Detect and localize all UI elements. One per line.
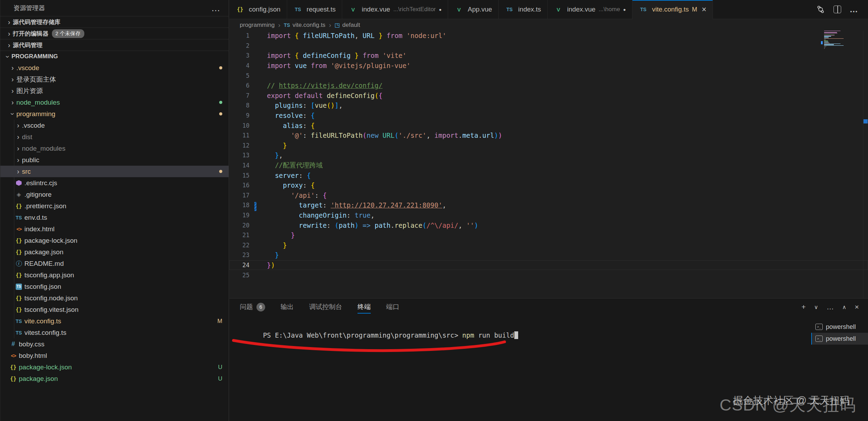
code-line-24[interactable]: 24})	[229, 260, 868, 270]
breadcrumb-item-default[interactable]: ◳default	[335, 22, 360, 29]
panel-tab-输出[interactable]: 输出	[281, 299, 294, 315]
maximize-panel-icon[interactable]: ∧	[842, 304, 846, 310]
code-line-17[interactable]: 17 '/api': {	[229, 190, 868, 201]
more-actions-icon[interactable]: …	[827, 303, 834, 311]
tree-folder-dist[interactable]: ›dist	[0, 131, 229, 143]
tree-item-label: node_modules	[22, 145, 66, 152]
tree-file-.gitignore[interactable]: ◈.gitignore	[0, 189, 229, 200]
tab-App.vue[interactable]: VApp.vue	[448, 0, 499, 19]
sidebar-section[interactable]: ›打开的编辑器2 个未保存	[0, 28, 229, 39]
code-line-20[interactable]: 20 rewrite: (path) => path.replace(/^\/a…	[229, 220, 868, 230]
tab-index.vue[interactable]: Vindex.vue...\richTextEditor●	[342, 0, 448, 19]
terminal-instance-powershell[interactable]: >_powershell	[811, 333, 868, 345]
tree-item-label: .eslintrc.cjs	[24, 179, 57, 187]
panel-tab-终端[interactable]: 终端	[358, 299, 371, 315]
code-line-13[interactable]: 13 },	[229, 150, 868, 160]
tree-file-tsconfig.vitest.json[interactable]: {}tsconfig.vitest.json	[0, 304, 229, 315]
code-line-1[interactable]: 1import { fileURLToPath, URL } from 'nod…	[229, 31, 868, 41]
code-line-9[interactable]: 9 resolve: {	[229, 111, 868, 121]
tab-config.json[interactable]: {}config.json	[229, 0, 287, 19]
tree-file-.eslintrc.cjs[interactable]: .eslintrc.cjs	[0, 177, 229, 189]
tree-file-tsconfig.node.json[interactable]: {}tsconfig.node.json	[0, 292, 229, 304]
code-line-15[interactable]: 15 server: {	[229, 170, 868, 180]
tree-folder-src[interactable]: ›src	[0, 166, 229, 177]
sidebar-section[interactable]: ›源代码管理	[0, 39, 229, 51]
scrollbar-track[interactable]	[863, 31, 868, 298]
more-actions-icon[interactable]: …	[850, 5, 858, 14]
close-panel-icon[interactable]: ×	[855, 303, 859, 311]
tree-file-tsconfig.app.json[interactable]: {}tsconfig.app.json	[0, 269, 229, 281]
ts-file-icon: TS	[284, 22, 290, 29]
code-line-7[interactable]: 7export default defineConfig({	[229, 91, 868, 101]
terminal-instance-powershell[interactable]: >_powershell	[811, 321, 868, 333]
code-text: export default defineConfig({	[267, 92, 383, 99]
tree-folder-.vscode[interactable]: ›.vscode	[0, 62, 229, 74]
code-line-6[interactable]: 6// https://vitejs.dev/config/	[229, 81, 868, 91]
new-terminal-icon[interactable]: +	[801, 303, 806, 311]
tab-vite.config.ts[interactable]: TSvite.config.tsM×	[632, 0, 713, 19]
breadcrumb-item-vite.config.ts[interactable]: TSvite.config.ts	[284, 22, 325, 29]
breadcrumb-item-programming[interactable]: programming	[240, 22, 275, 29]
tree-file-tsconfig.json[interactable]: TStsconfig.json	[0, 281, 229, 292]
sidebar-section-project[interactable]: › PROGRAMMING	[0, 51, 229, 62]
tree-folder-node_modules[interactable]: ›node_modules	[0, 143, 229, 154]
tree-file-index.html[interactable]: <>index.html	[0, 223, 229, 235]
tab-index.vue[interactable]: Vindex.vue...\home●	[548, 0, 633, 19]
tree-file-package.json[interactable]: {}package.jsonU	[0, 373, 229, 384]
code-line-16[interactable]: 16 proxy: {	[229, 180, 868, 190]
tree-file-vitest.config.ts[interactable]: TSvitest.config.ts	[0, 327, 229, 338]
chevron-right-icon: ›	[14, 167, 22, 175]
close-icon[interactable]: ×	[702, 5, 706, 14]
code-line-4[interactable]: 4import vue from '@vitejs/plugin-vue'	[229, 61, 868, 71]
minimap[interactable]	[824, 31, 845, 50]
json-file-icon: {}	[9, 364, 18, 371]
tree-folder-node_modules[interactable]: ›node_modules	[0, 97, 229, 108]
code-line-25[interactable]: 25	[229, 270, 868, 280]
tree-file-vite.config.ts[interactable]: TSvite.config.tsM	[0, 315, 229, 327]
tree-file-package-lock.json[interactable]: {}package-lock.json	[0, 235, 229, 246]
code-line-19[interactable]: 19 changeOrigin: true,	[229, 210, 868, 220]
tab-request.ts[interactable]: TSrequest.ts	[287, 0, 342, 19]
panel-tab-label: 终端	[358, 302, 371, 311]
tree-file-boby.html[interactable]: <>boby.html	[0, 350, 229, 361]
chevron-right-icon: ›	[14, 156, 22, 164]
tab-index.ts[interactable]: TSindex.ts	[499, 0, 547, 19]
code-line-21[interactable]: 21 }	[229, 230, 868, 240]
tree-file-.prettierrc.json[interactable]: {}.prettierrc.json	[0, 200, 229, 212]
tree-folder-.vscode[interactable]: ›.vscode	[0, 120, 229, 131]
panel-tab-调试控制台[interactable]: 调试控制台	[309, 299, 342, 315]
code-line-11[interactable]: 11 '@': fileURLToPath(new URL('./src', i…	[229, 130, 868, 141]
tree-folder-public[interactable]: ›public	[0, 154, 229, 166]
explorer-tree: ›.vscode›登录页面主体›图片资源›node_modules›progra…	[0, 62, 229, 384]
more-actions-icon[interactable]: …	[211, 6, 220, 10]
tree-item-label: env.d.ts	[24, 214, 47, 221]
code-editor[interactable]: 1import { fileURLToPath, URL } from 'nod…	[229, 31, 868, 298]
sidebar-header: 资源管理器 …	[0, 0, 229, 16]
code-line-2[interactable]: 2	[229, 41, 868, 51]
code-line-3[interactable]: 3import { defineConfig } from 'vite'	[229, 51, 868, 61]
code-line-12[interactable]: 12 }	[229, 141, 868, 151]
tree-item-label: tsconfig.json	[24, 283, 61, 291]
code-line-23[interactable]: 23 }	[229, 250, 868, 260]
tree-file-boby.css[interactable]: #boby.css	[0, 338, 229, 350]
tree-folder-programming[interactable]: ›programming	[0, 108, 229, 120]
tree-file-package.json[interactable]: {}package.json	[0, 246, 229, 258]
tree-file-README.md[interactable]: iREADME.md	[0, 258, 229, 269]
launch-profile-dropdown-icon[interactable]: ∨	[814, 304, 818, 310]
open-changes-icon[interactable]	[816, 5, 825, 14]
panel-tab-端口[interactable]: 端口	[386, 299, 399, 315]
split-editor-icon[interactable]	[834, 6, 841, 13]
tree-folder-图片资源[interactable]: ›图片资源	[0, 85, 229, 97]
tree-file-package-lock.json[interactable]: {}package-lock.jsonU	[0, 361, 229, 373]
code-line-22[interactable]: 22 }	[229, 240, 868, 250]
tree-folder-登录页面主体[interactable]: ›登录页面主体	[0, 74, 229, 85]
sidebar-section[interactable]: ›源代码管理存储库	[0, 16, 229, 28]
code-line-5[interactable]: 5	[229, 70, 868, 81]
tree-file-env.d.ts[interactable]: TSenv.d.ts	[0, 212, 229, 223]
panel-tab-问题[interactable]: 问题6	[240, 299, 265, 315]
code-line-14[interactable]: 14 //配置代理跨域	[229, 160, 868, 171]
code-line-8[interactable]: 8 plugins: [vue()],	[229, 100, 868, 111]
code-line-10[interactable]: 10 alias: {	[229, 120, 868, 130]
code-line-18[interactable]: 18 target: 'http://120.27.247.221:8090',	[229, 200, 868, 210]
json-file-icon: {}	[14, 237, 23, 244]
